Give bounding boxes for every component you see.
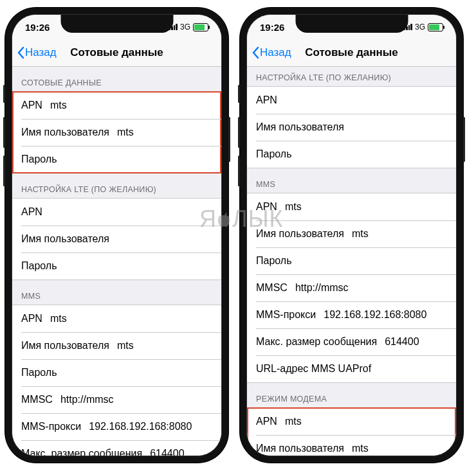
section-header-mms: MMS [247,168,456,193]
user-value: mts [117,340,134,351]
battery-icon [428,23,443,31]
lte-group: APN Имя пользователя Пароль [247,86,456,168]
apn-label: APN [256,201,277,213]
back-button[interactable]: Назад [247,46,291,59]
chevron-left-icon [16,46,25,59]
max-size-label: Макс. размер сообщения [256,336,377,348]
password-row[interactable]: Пароль [12,359,221,386]
cellular-group: APNmts Имя пользователяmts Пароль [12,91,221,173]
uaprof-row[interactable]: URL-адрес MMS UAProf [247,355,456,382]
password-label: Пароль [21,154,57,165]
mms-proxy-label: MMS-прокси [256,309,316,321]
password-row[interactable]: Пароль [247,141,456,168]
apn-row[interactable]: APNmts [247,193,456,220]
max-size-value: 614400 [385,336,419,348]
mmsc-label: MMSC [21,394,53,405]
user-row[interactable]: Имя пользователяmts [247,435,456,456]
lte-group: APN Имя пользователя Пароль [12,198,221,280]
mms-group: APNmts Имя пользователяmts Пароль MMSCht… [247,193,456,383]
apn-label: APN [256,94,277,106]
mmsc-value: http://mmsc [60,394,114,405]
password-label: Пароль [21,367,57,378]
uaprof-label: URL-адрес MMS UAProf [256,363,371,375]
apn-row[interactable]: APNmts [12,92,221,119]
max-size-value: 614400 [150,448,184,456]
password-row[interactable]: Пароль [247,247,456,274]
settings-list[interactable]: НАСТРОЙКА LTE (ПО ЖЕЛАНИЮ) APN Имя польз… [247,67,456,456]
section-header-cellular: СОТОВЫЕ ДАННЫЕ [12,67,221,91]
apn-row[interactable]: APNmts [12,305,221,332]
user-value: mts [352,228,369,240]
user-label: Имя пользователя [256,443,344,454]
user-row[interactable]: Имя пользователя [247,114,456,141]
user-value: mts [117,127,134,138]
mms-proxy-row[interactable]: MMS-прокси192.168.192.168:8080 [247,301,456,328]
section-header-modem: РЕЖИМ МОДЕМА [247,383,456,407]
mmsc-label: MMSC [256,282,288,294]
settings-list[interactable]: СОТОВЫЕ ДАННЫЕ APNmts Имя пользователяmt… [12,67,221,456]
password-label: Пароль [256,255,292,267]
section-header-lte: НАСТРОЙКА LTE (ПО ЖЕЛАНИЮ) [12,173,221,198]
apn-label: APN [21,100,42,111]
password-row[interactable]: Пароль [12,253,221,280]
back-label: Назад [260,46,291,59]
mmsc-row[interactable]: MMSChttp://mmsc [247,274,456,301]
password-label: Пароль [256,148,292,160]
chevron-left-icon [251,46,260,59]
apn-value: mts [285,416,302,427]
phone-right: 19:26 3G Назад Сотовые данные НАСТРОЙКА … [240,8,463,463]
apn-row[interactable]: APNmts [247,408,456,435]
nav-bar: Назад Сотовые данные [247,39,456,67]
battery-icon [193,23,208,31]
apn-value: mts [50,313,67,324]
mms-proxy-value: 192.168.192.168:8080 [89,421,192,432]
mms-proxy-label: MMS-прокси [21,421,81,432]
modem-group: APNmts Имя пользователяmts Пароль [247,407,456,456]
apn-value: mts [285,201,302,213]
user-label: Имя пользователя [21,233,109,245]
section-header-mms: MMS [12,280,221,305]
notch [60,15,173,33]
password-label: Пароль [21,260,57,272]
nav-bar: Назад Сотовые данные [12,39,221,67]
notch [295,15,408,33]
mms-proxy-row[interactable]: MMS-прокси192.168.192.168:8080 [12,413,221,440]
apn-label: APN [256,416,277,427]
apn-label: APN [21,313,42,324]
max-size-row[interactable]: Макс. размер сообщения614400 [247,328,456,355]
phone-left: 19:26 3G Назад Сотовые данные СОТОВЫЕ ДА… [5,8,228,463]
user-label: Имя пользователя [21,127,109,138]
user-row[interactable]: Имя пользователяmts [12,119,221,146]
network-label: 3G [415,22,425,31]
apn-value: mts [50,100,67,111]
user-value: mts [352,443,369,454]
user-label: Имя пользователя [21,340,109,351]
status-time: 19:26 [260,22,284,33]
status-time: 19:26 [25,22,50,33]
max-size-row[interactable]: Макс. размер сообщения614400 [12,440,221,456]
user-row[interactable]: Имя пользователя [12,226,221,253]
max-size-label: Макс. размер сообщения [21,448,142,456]
apn-row[interactable]: APN [12,199,221,226]
user-row[interactable]: Имя пользователяmts [12,332,221,359]
back-button[interactable]: Назад [12,46,57,59]
apn-label: APN [21,206,42,218]
mms-proxy-value: 192.168.192.168:8080 [324,309,426,321]
user-row[interactable]: Имя пользователяmts [247,220,456,247]
user-label: Имя пользователя [256,228,344,240]
mmsc-row[interactable]: MMSChttp://mmsc [12,386,221,413]
mmsc-value: http://mmsc [295,282,349,294]
mms-group: APNmts Имя пользователяmts Пароль MMSCht… [12,305,221,456]
user-label: Имя пользователя [256,121,344,133]
apn-row[interactable]: APN [247,87,456,114]
back-label: Назад [25,46,57,59]
network-label: 3G [180,22,190,31]
password-row[interactable]: Пароль [12,146,221,173]
section-header-lte: НАСТРОЙКА LTE (ПО ЖЕЛАНИЮ) [247,67,456,86]
